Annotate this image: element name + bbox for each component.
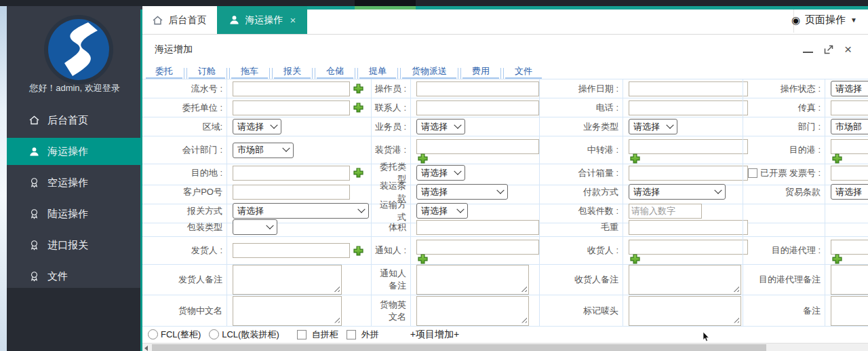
horizontal-scrollbar[interactable] — [142, 343, 868, 351]
form-tab-cargo-delivery[interactable]: 货物派送 — [402, 65, 456, 79]
option-self-consol[interactable]: 自拼柜 — [297, 329, 338, 341]
fax-input[interactable] — [831, 100, 868, 115]
cargo-name-en-textarea[interactable] — [416, 296, 529, 326]
package-type-select[interactable] — [233, 219, 277, 235]
transport-method-select[interactable]: 请选择 — [416, 203, 468, 219]
top-bar — [0, 0, 868, 6]
shipper-input[interactable] — [233, 243, 350, 258]
consignee-remark-textarea[interactable] — [629, 265, 741, 295]
gross-weight-input[interactable] — [629, 220, 748, 235]
total-containers-input[interactable] — [629, 166, 748, 181]
package-count-input[interactable] — [629, 204, 702, 219]
dest-port-agent-input[interactable] — [831, 240, 868, 255]
consign-type-select[interactable]: 请选择 — [416, 165, 465, 181]
customer-po-input[interactable] — [233, 185, 350, 200]
client-company-input[interactable] — [233, 100, 350, 115]
add-icon[interactable] — [630, 254, 640, 264]
close-button[interactable]: × — [844, 45, 852, 54]
add-icon[interactable] — [353, 246, 363, 256]
sidebar-item-home[interactable]: 后台首页 — [7, 107, 142, 134]
form-row: 会计部门 :市场部装货港 :中转港 :目的港 : — [142, 136, 868, 161]
field-notify-remark — [410, 265, 539, 295]
add-project-button[interactable]: +项目增加+ — [410, 329, 459, 341]
add-icon[interactable] — [353, 168, 363, 178]
scrollbar-thumb[interactable] — [152, 344, 766, 351]
field-label-phone: 电话 : — [539, 98, 623, 117]
operator-input[interactable] — [416, 81, 539, 96]
add-icon[interactable] — [353, 103, 363, 113]
option-fcl[interactable]: FCL(整柜) — [148, 329, 201, 341]
page-actions-button[interactable]: ◉ 页面操作 ▼ — [791, 6, 857, 34]
contact-person-input[interactable] — [416, 100, 539, 115]
self-consol-checkbox[interactable] — [297, 330, 307, 339]
add-icon[interactable] — [418, 254, 428, 264]
volume-input[interactable] — [416, 220, 539, 235]
field-cargo-name-cn — [226, 295, 371, 327]
sidebar-item-sea-ops[interactable]: 海运操作 — [7, 138, 142, 165]
operation-date-input[interactable] — [629, 81, 748, 96]
invoiced-checkbox[interactable] — [748, 168, 757, 178]
add-icon[interactable] — [353, 84, 363, 94]
shipper-remark-textarea[interactable] — [233, 265, 342, 295]
select-value: 请选择 — [633, 121, 660, 133]
form-tab-trailer[interactable]: 拖车 — [231, 65, 268, 79]
remark-textarea[interactable] — [831, 296, 868, 326]
option-label: 自拼柜 — [312, 329, 338, 341]
dest-agent-remark-textarea[interactable] — [831, 265, 868, 295]
form-tab-booking[interactable]: 订舱 — [189, 65, 225, 79]
phone-input[interactable] — [629, 100, 748, 115]
trade-terms-select[interactable]: 请选择 — [831, 184, 868, 200]
sidebar-item-import-customs[interactable]: 进口报关 — [7, 232, 142, 259]
field-label-loading-port: 装货港 : — [371, 136, 410, 164]
shipping-terms-select[interactable]: 请选择 — [416, 184, 508, 200]
panel-title: 海运增加 — [155, 43, 193, 56]
consignee-input[interactable] — [629, 240, 748, 255]
ext-consol-checkbox[interactable] — [347, 330, 356, 339]
option-ext-consol[interactable]: 外拼 — [347, 329, 379, 341]
select-value: 请选择 — [421, 205, 448, 217]
operation-status-select[interactable]: 请选择 — [831, 81, 868, 96]
shipping-marks-textarea[interactable] — [629, 296, 741, 326]
fcl-radio[interactable] — [148, 329, 158, 339]
scroll-left-arrow-icon[interactable] — [144, 346, 148, 351]
form-tab-customs[interactable]: 报关 — [274, 65, 311, 79]
payment-method-select[interactable]: 请选择 — [629, 184, 726, 200]
form-tab-fees[interactable]: 费用 — [462, 65, 499, 79]
close-icon[interactable]: × — [290, 14, 296, 26]
sidebar-item-documents[interactable]: 文件 — [7, 263, 142, 290]
sidebar-item-land-ops[interactable]: 陆运操作 — [7, 200, 142, 227]
field-label-notify-party: 通知人 : — [371, 237, 410, 265]
tab-backend-home[interactable]: 后台首页 — [142, 6, 218, 34]
expand-button[interactable] — [823, 44, 834, 55]
notify-party-input[interactable] — [416, 240, 539, 255]
minimize-button[interactable] — [803, 52, 813, 53]
medal-icon — [28, 177, 40, 188]
customs-method-select[interactable]: 请选择 — [233, 203, 369, 219]
option-lcl[interactable]: LCL(散装拼柜) — [209, 329, 279, 341]
form-tab-files[interactable]: 文件 — [505, 65, 542, 79]
transit-port-input[interactable] — [629, 139, 748, 154]
field-label-contact-person: 联系人 : — [371, 98, 410, 117]
field-loading-port — [410, 136, 539, 164]
form-tab-consign[interactable]: 委托 — [146, 65, 182, 79]
salesman-select[interactable]: 请选择 — [416, 119, 465, 134]
form-tab-separator — [269, 68, 273, 79]
notify-remark-textarea[interactable] — [416, 265, 529, 295]
form-tab-bill-of-lading[interactable]: 提单 — [359, 65, 396, 79]
sidebar-item-label: 空运操作 — [47, 177, 88, 189]
destination-input[interactable] — [233, 166, 350, 181]
form-tab-warehouse[interactable]: 仓储 — [317, 65, 353, 79]
add-icon[interactable] — [832, 254, 842, 264]
destination-port-input[interactable] — [831, 139, 868, 154]
tab-sea-operations[interactable]: 海运操作 × — [217, 6, 307, 34]
loading-port-input[interactable] — [416, 139, 539, 154]
business-type-select[interactable]: 请选择 — [629, 119, 677, 134]
invoice-number-input[interactable] — [831, 166, 868, 181]
accounting-dept-select[interactable]: 市场部 — [233, 143, 294, 158]
cargo-name-cn-textarea[interactable] — [233, 296, 342, 326]
serial-number-input[interactable] — [233, 81, 350, 96]
department-select[interactable]: 市场部 — [831, 119, 868, 134]
lcl-radio[interactable] — [209, 329, 219, 339]
region-select[interactable]: 请选择 — [233, 119, 281, 134]
sidebar-item-air-ops[interactable]: 空运操作 — [7, 169, 142, 196]
